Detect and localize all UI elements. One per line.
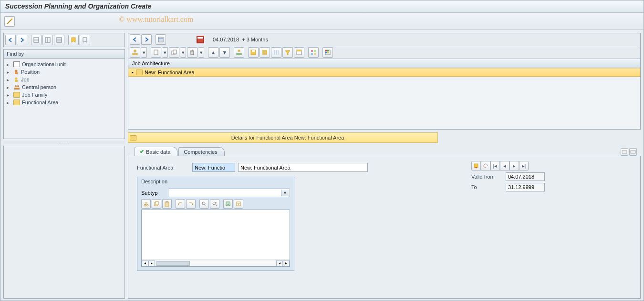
- paste-button[interactable]: [162, 199, 172, 209]
- tab-competencies[interactable]: Competencies: [178, 147, 224, 156]
- tab-body-basic-data: Functional Area |◂ ◂ ▸ ▸| Valid from: [128, 156, 641, 299]
- node-label: New: Functional Area: [145, 70, 195, 75]
- delete-menu-button[interactable]: ▾: [198, 47, 204, 58]
- find-button[interactable]: [199, 199, 209, 209]
- hierarchy-menu-button[interactable]: ▾: [141, 47, 147, 58]
- scroll-right-button[interactable]: ▸: [283, 261, 290, 266]
- record-action-2-button[interactable]: [481, 161, 490, 171]
- svg-text:+: +: [215, 201, 217, 204]
- svg-rect-32: [237, 53, 239, 55]
- copy-doc-menu-button[interactable]: ▾: [180, 47, 186, 58]
- record-prev-button[interactable]: ◂: [500, 161, 509, 171]
- caret-icon: [7, 77, 11, 82]
- wand-icon-button[interactable]: [4, 16, 15, 27]
- functional-area-short-input[interactable]: [192, 163, 235, 172]
- undo-button[interactable]: [176, 199, 185, 209]
- svg-rect-10: [15, 72, 18, 74]
- subtyp-combo[interactable]: ▼: [168, 189, 290, 197]
- valid-to-input[interactable]: [506, 183, 545, 191]
- svg-point-64: [202, 202, 205, 205]
- scroll-thumb[interactable]: [156, 261, 190, 266]
- nav-back-button[interactable]: [5, 35, 16, 45]
- cut-button[interactable]: [141, 199, 151, 209]
- column-config-1-button[interactable]: [260, 47, 270, 58]
- redo-button[interactable]: [186, 199, 196, 209]
- record-last-button[interactable]: ▸|: [519, 161, 529, 171]
- record-next-button[interactable]: ▸: [509, 161, 519, 171]
- functional-area-long-input[interactable]: [238, 163, 368, 172]
- folder-icon: [13, 92, 20, 98]
- svg-rect-23: [135, 53, 137, 55]
- tree-item-functional-area[interactable]: Functional Area: [5, 99, 124, 106]
- copy-button[interactable]: [152, 199, 161, 209]
- calendar-list-button[interactable]: [156, 34, 166, 45]
- description-group: Description Subtyp ▼: [137, 177, 294, 271]
- move-up-button[interactable]: ▲: [208, 47, 218, 58]
- bookmark-button[interactable]: [68, 35, 79, 45]
- check-icon: ✔: [140, 149, 144, 155]
- svg-rect-43: [297, 50, 301, 51]
- create-doc-menu-button[interactable]: ▾: [162, 47, 168, 58]
- layout-1-button[interactable]: [31, 35, 42, 45]
- nav-back-button[interactable]: [130, 34, 140, 45]
- tree-item-job[interactable]: Job: [5, 76, 124, 83]
- layout-2-button[interactable]: [42, 35, 53, 45]
- find-by-panel: Find by Organizational unit Position Job: [3, 49, 125, 139]
- scroll-left-button[interactable]: ◂: [142, 261, 148, 266]
- tab-basic-data[interactable]: ✔ Basic data: [135, 147, 177, 156]
- date-key-icon: [197, 36, 204, 43]
- description-hscroll[interactable]: ◂ ▸ ◂ ▸: [142, 260, 290, 266]
- tree-item-central-person[interactable]: Central person: [5, 83, 124, 91]
- nav-forward-button[interactable]: [141, 34, 152, 45]
- import-button[interactable]: [223, 199, 233, 209]
- caret-icon: [7, 61, 11, 67]
- tree-item-label: Job: [21, 77, 30, 82]
- tree-item-label: Central person: [22, 84, 56, 90]
- split-handle[interactable]: · · · · ·: [3, 141, 125, 144]
- copy-doc-button[interactable]: [169, 47, 179, 58]
- column-config-2-button[interactable]: [271, 47, 281, 58]
- move-down-button[interactable]: ▼: [219, 47, 230, 58]
- find-next-button[interactable]: +: [210, 199, 219, 209]
- job-architecture-selected-node[interactable]: • New: Functional Area: [128, 68, 640, 77]
- bookmark-alt-button[interactable]: [80, 35, 90, 45]
- tree-item-job-family[interactable]: Job Family: [5, 91, 124, 99]
- record-first-button[interactable]: |◂: [490, 161, 500, 171]
- report-button[interactable]: [294, 47, 304, 58]
- subtyp-row: Subtyp ▼: [141, 189, 290, 197]
- subtyp-label: Subtyp: [141, 190, 165, 196]
- scroll-right-inner-button[interactable]: ▸: [148, 261, 155, 266]
- tree-item-label: Organizational unit: [22, 61, 66, 67]
- svg-rect-38: [266, 50, 267, 55]
- delete-button[interactable]: [187, 47, 197, 58]
- tab-scroll-left-button[interactable]: [621, 148, 628, 156]
- valid-from-input[interactable]: [506, 172, 545, 181]
- tab-scroll-right-button[interactable]: [629, 148, 637, 156]
- save-button[interactable]: [248, 47, 259, 58]
- tree-item-position[interactable]: Position: [5, 68, 124, 76]
- create-doc-button[interactable]: [151, 47, 161, 58]
- nav-forward-button[interactable]: [17, 35, 27, 45]
- filter-button[interactable]: [282, 47, 293, 58]
- functional-area-row: Functional Area: [137, 163, 632, 172]
- scroll-left-end-button[interactable]: ◂: [276, 261, 283, 266]
- layout-3-button[interactable]: [54, 35, 64, 45]
- grid-view-button[interactable]: [308, 47, 319, 58]
- app-toolbar: © www.tutorialkart.com: [0, 13, 644, 30]
- key-date: 04.07.2018: [213, 37, 239, 42]
- description-toolbar: +: [141, 199, 290, 209]
- record-action-1-button[interactable]: [471, 161, 481, 171]
- date-range-suffix: + 3 Months: [242, 37, 268, 42]
- bullet-icon: •: [131, 70, 134, 75]
- description-textarea-wrap: ◂ ▸ ◂ ▸: [141, 210, 290, 267]
- export-button[interactable]: [234, 199, 243, 209]
- scroll-track[interactable]: [156, 261, 276, 266]
- tree-item-org-unit[interactable]: Organizational unit: [5, 60, 124, 68]
- org-chart-button[interactable]: [234, 47, 244, 58]
- folder-icon: [13, 100, 20, 105]
- color-grid-button[interactable]: [322, 47, 333, 58]
- description-textarea[interactable]: [142, 210, 290, 260]
- right-toolbar-row-2: ▾ ▾ ▾ ▾ ▲ ▼: [128, 46, 641, 59]
- hierarchy-select-button[interactable]: [130, 47, 140, 58]
- tabs-row: ✔ Basic data Competencies: [128, 146, 641, 156]
